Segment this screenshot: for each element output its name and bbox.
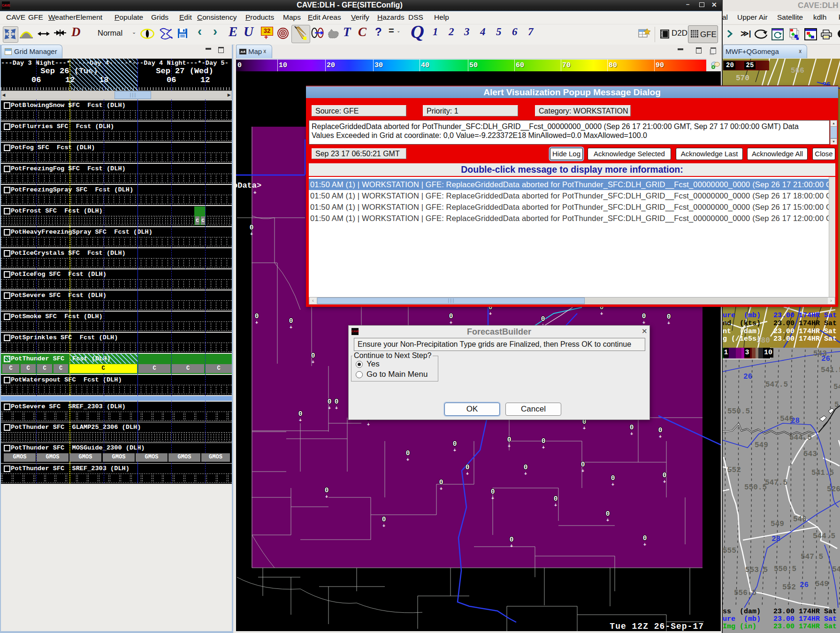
svg-text:0: 0 bbox=[328, 398, 332, 405]
svg-text:0: 0 bbox=[439, 479, 443, 486]
svg-text:+: + bbox=[255, 320, 258, 326]
svg-text:5: 5 bbox=[834, 401, 839, 409]
svg-text:0: 0 bbox=[658, 427, 663, 434]
svg-text:0: 0 bbox=[611, 474, 615, 482]
svg-text:547.5: 547.5 bbox=[801, 553, 823, 561]
svg-text:+: + bbox=[453, 448, 456, 453]
svg-text:0: 0 bbox=[510, 536, 514, 543]
svg-text:0: 0 bbox=[250, 224, 254, 231]
svg-text:+: + bbox=[554, 503, 557, 508]
svg-text:0: 0 bbox=[542, 437, 546, 445]
svg-text:547.5: 547.5 bbox=[765, 479, 787, 487]
svg-text:0: 0 bbox=[335, 398, 339, 405]
svg-text:54: 54 bbox=[833, 383, 840, 391]
svg-text:+: + bbox=[335, 406, 338, 411]
svg-text:552: 552 bbox=[727, 466, 741, 474]
svg-text:+: + bbox=[583, 426, 586, 431]
svg-text:550.5: 550.5 bbox=[727, 407, 750, 416]
svg-text:+: + bbox=[406, 458, 409, 463]
svg-text:+: + bbox=[440, 487, 443, 492]
svg-text:549: 549 bbox=[771, 520, 784, 528]
svg-text:555: 555 bbox=[723, 547, 736, 555]
svg-text:550.5: 550.5 bbox=[744, 483, 767, 492]
svg-text:0: 0 bbox=[554, 495, 558, 503]
svg-text:+: + bbox=[510, 544, 513, 549]
svg-text:0: 0 bbox=[289, 317, 293, 325]
svg-text:+: + bbox=[606, 518, 609, 523]
svg-text:+: + bbox=[643, 542, 646, 548]
svg-text:+: + bbox=[491, 496, 494, 501]
svg-text:544.5: 544.5 bbox=[789, 434, 812, 442]
svg-text:+: + bbox=[250, 232, 253, 237]
svg-text:+: + bbox=[312, 360, 314, 365]
svg-text:0: 0 bbox=[643, 534, 647, 542]
svg-text:+: + bbox=[325, 495, 328, 500]
svg-text:+: + bbox=[489, 312, 492, 317]
svg-text:0: 0 bbox=[325, 487, 329, 494]
svg-text:546: 546 bbox=[780, 415, 794, 423]
svg-text:0: 0 bbox=[453, 440, 457, 448]
svg-text:+: + bbox=[367, 422, 370, 427]
svg-text:0: 0 bbox=[255, 313, 259, 320]
svg-text:541.5: 541.5 bbox=[811, 469, 834, 477]
svg-text:549: 549 bbox=[815, 580, 829, 588]
svg-text:0: 0 bbox=[663, 472, 667, 479]
svg-text:553.5: 553.5 bbox=[745, 566, 768, 574]
svg-text:0: 0 bbox=[491, 488, 495, 496]
svg-text:556.5: 556.5 bbox=[734, 589, 756, 597]
svg-text:547.5: 547.5 bbox=[765, 381, 788, 389]
svg-text:+: + bbox=[466, 472, 469, 477]
svg-text:+: + bbox=[382, 524, 385, 529]
svg-text:+: + bbox=[290, 325, 292, 330]
svg-text:549: 549 bbox=[755, 441, 768, 450]
svg-text:0: 0 bbox=[541, 315, 545, 323]
svg-text:+: + bbox=[524, 472, 527, 477]
svg-text:+: + bbox=[542, 445, 545, 450]
svg-text:+: + bbox=[581, 469, 584, 474]
svg-text:0: 0 bbox=[606, 510, 610, 518]
svg-text:0: 0 bbox=[524, 464, 528, 471]
svg-text:oData>: oData> bbox=[236, 181, 261, 190]
svg-text:0: 0 bbox=[298, 410, 303, 418]
svg-text:0: 0 bbox=[382, 516, 386, 523]
svg-text:26: 26 bbox=[800, 581, 809, 589]
svg-text:0: 0 bbox=[507, 436, 512, 443]
svg-text:+: + bbox=[600, 312, 603, 317]
svg-text:526: 526 bbox=[827, 485, 840, 494]
svg-text:541.5: 541.5 bbox=[821, 366, 840, 374]
svg-text:0: 0 bbox=[581, 461, 585, 468]
svg-text:Tue 12Z 26-Sep-17: Tue 12Z 26-Sep-17 bbox=[610, 622, 704, 631]
svg-text:+: + bbox=[508, 444, 511, 449]
svg-text:54: 54 bbox=[832, 565, 840, 574]
svg-text:+: + bbox=[611, 482, 614, 488]
svg-text:544.5: 544.5 bbox=[813, 532, 835, 541]
svg-text:543: 543 bbox=[813, 350, 827, 358]
svg-text:+: + bbox=[299, 418, 302, 423]
svg-text:+: + bbox=[253, 190, 257, 196]
svg-text:0: 0 bbox=[642, 313, 646, 320]
svg-text:+: + bbox=[667, 321, 670, 326]
svg-text:+: + bbox=[663, 480, 666, 485]
svg-text:546: 546 bbox=[793, 515, 807, 524]
svg-text:26: 26 bbox=[743, 373, 752, 381]
svg-text:0: 0 bbox=[630, 424, 634, 431]
svg-text:0: 0 bbox=[449, 313, 453, 320]
svg-text:0: 0 bbox=[466, 464, 470, 471]
svg-text:+: + bbox=[659, 435, 662, 440]
svg-text:+: + bbox=[630, 432, 633, 437]
svg-text:552: 552 bbox=[782, 583, 796, 592]
svg-text:28: 28 bbox=[771, 535, 780, 543]
svg-text:0: 0 bbox=[311, 352, 315, 359]
svg-text:0: 0 bbox=[406, 450, 410, 457]
svg-text:543: 543 bbox=[803, 450, 817, 458]
svg-text:570: 570 bbox=[736, 74, 749, 83]
svg-text:550.5: 550.5 bbox=[774, 565, 796, 573]
svg-text:566: 566 bbox=[791, 67, 804, 75]
svg-text:0: 0 bbox=[667, 313, 671, 320]
svg-text:+: + bbox=[328, 406, 331, 411]
